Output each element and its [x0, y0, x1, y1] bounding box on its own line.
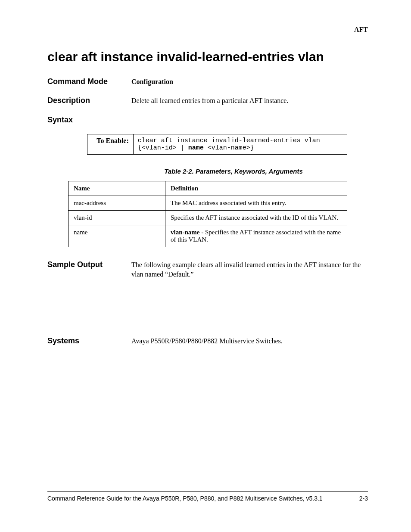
- def-text: Specifies the AFT instance associated wi…: [171, 214, 338, 221]
- syntax-row: Syntax: [47, 115, 368, 124]
- description-value: Delete all learned entries from a partic…: [131, 96, 368, 106]
- syntax-code: clear aft instance invalid-learned-entri…: [133, 134, 347, 154]
- cell-def: The MAC address associated with this ent…: [165, 196, 347, 210]
- footer-page: 2-3: [359, 495, 368, 502]
- cell-def: Specifies the AFT instance associated wi…: [165, 210, 347, 225]
- cell-name: vlan-id: [68, 210, 165, 225]
- systems-label: Systems: [47, 336, 131, 345]
- header-section: AFT: [47, 26, 368, 34]
- footer-text: Command Reference Guide for the Avaya P5…: [47, 495, 323, 502]
- table-row: mac-address The MAC address associated w…: [68, 196, 347, 210]
- command-mode-row: Command Mode Configuration: [47, 77, 368, 87]
- page-title: clear aft instance invalid-learned-entri…: [47, 50, 368, 64]
- header-rule: [47, 39, 368, 39]
- th-definition: Definition: [165, 181, 347, 196]
- sample-output-value: The following example clears all invalid…: [131, 260, 368, 280]
- description-label: Description: [47, 96, 131, 105]
- sample-output-label: Sample Output: [47, 260, 131, 269]
- table-header-row: Name Definition: [68, 181, 347, 196]
- table-caption: Table 2-2. Parameters, Keywords, Argumen…: [99, 168, 368, 175]
- cell-name: name: [68, 225, 165, 247]
- syntax-line2b: <vlan-name>}: [204, 144, 254, 152]
- def-text: The MAC address associated with this ent…: [171, 199, 286, 206]
- to-enable-label: To Enable:: [87, 134, 134, 154]
- footer: Command Reference Guide for the Avaya P5…: [47, 491, 368, 502]
- syntax-label: Syntax: [47, 115, 131, 124]
- footer-rule: [47, 491, 368, 492]
- syntax-line1: clear aft instance invalid-learned-entri…: [138, 137, 320, 144]
- sample-output-row: Sample Output The following example clea…: [47, 260, 368, 280]
- syntax-line2a: {<vlan-id> |: [138, 144, 188, 152]
- table-row: name vlan-name - Specifies the AFT insta…: [68, 225, 347, 247]
- syntax-keyword: name: [188, 144, 204, 152]
- systems-row: Systems Avaya P550R/P580/P880/P882 Multi…: [47, 336, 368, 346]
- cell-def: vlan-name - Specifies the AFT instance a…: [165, 225, 347, 247]
- param-table: Name Definition mac-address The MAC addr…: [68, 181, 347, 247]
- syntax-table: To Enable: clear aft instance invalid-le…: [87, 134, 347, 155]
- cell-name: mac-address: [68, 196, 165, 210]
- th-name: Name: [68, 181, 165, 196]
- description-row: Description Delete all learned entries f…: [47, 96, 368, 106]
- def-bold: vlan-name: [171, 229, 200, 236]
- command-mode-value: Configuration: [131, 77, 368, 87]
- systems-value: Avaya P550R/P580/P880/P882 Multiservice …: [131, 336, 368, 346]
- table-row: vlan-id Specifies the AFT instance assoc…: [68, 210, 347, 225]
- command-mode-label: Command Mode: [47, 77, 131, 86]
